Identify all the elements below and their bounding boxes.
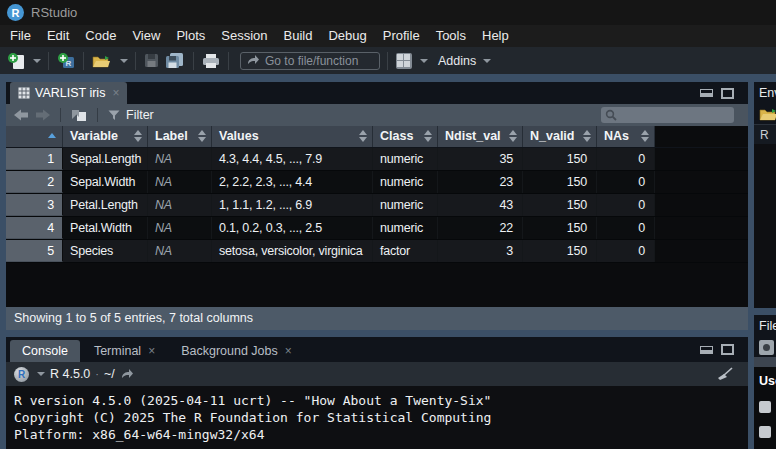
menu-build[interactable]: Build [276, 25, 321, 47]
maximize-icon[interactable] [721, 344, 734, 355]
save-all-button[interactable] [164, 50, 186, 72]
open-in-new-window-icon[interactable] [71, 109, 87, 122]
goto-directory-icon[interactable] [120, 368, 134, 380]
table-row[interactable]: 1 Sepal.Length NA 4.3, 4.4, 4.5, ..., 7.… [6, 148, 748, 171]
cell-values: 0.1, 0.2, 0.3, ..., 2.5 [212, 217, 373, 239]
left-column: VARLIST iris × [6, 82, 748, 449]
cell-class: numeric [373, 171, 438, 193]
menu-plots[interactable]: Plots [168, 25, 213, 47]
new-project-icon: R [57, 52, 75, 70]
tab-background-jobs[interactable]: Background Jobs × [169, 340, 304, 362]
goto-file-input[interactable] [240, 52, 380, 70]
sort-toggle-icon[interactable] [198, 130, 206, 142]
table-empty-area [6, 263, 748, 307]
table-search-input[interactable] [617, 109, 722, 121]
menu-session[interactable]: Session [213, 25, 275, 47]
environment-tabstrip: Envi [754, 82, 776, 104]
environment-toolbar [754, 104, 776, 124]
pane-layout-button[interactable] [395, 50, 413, 72]
pane-layout-caret[interactable] [420, 59, 428, 63]
addins-caret[interactable] [483, 59, 491, 63]
tab-environment[interactable]: Envi [759, 86, 776, 100]
working-directory-label[interactable]: ~/ [104, 367, 115, 381]
menu-view[interactable]: View [124, 25, 168, 47]
menu-code[interactable]: Code [77, 25, 124, 47]
minimize-icon[interactable] [700, 346, 713, 354]
main-toolbar: R [0, 47, 776, 74]
menu-help[interactable]: Help [474, 25, 517, 47]
table-row[interactable]: 5 Species NA setosa, versicolor, virgini… [6, 240, 748, 263]
terminal-tab-label: Terminal [94, 344, 141, 358]
column-header-nas[interactable]: NAs [597, 126, 655, 147]
tab-varlist-iris[interactable]: VARLIST iris × [10, 82, 127, 104]
sort-toggle-icon[interactable] [641, 130, 649, 142]
close-tab-icon[interactable]: × [148, 344, 155, 358]
load-workspace-icon[interactable] [759, 106, 776, 122]
new-project-button[interactable]: R [56, 50, 76, 72]
column-header-label[interactable]: Label [148, 126, 212, 147]
sort-toggle-icon[interactable] [424, 130, 432, 142]
table-row[interactable]: 2 Sepal.Width NA 2, 2.2, 2.3, ..., 4.4 n… [6, 171, 748, 194]
column-label: NAs [604, 129, 629, 143]
new-file-button[interactable] [6, 50, 26, 72]
filter-icon [108, 110, 120, 121]
row-filler [655, 240, 748, 262]
toolbar-separator [135, 52, 136, 70]
tab-files[interactable]: Files [759, 319, 776, 333]
clear-console-icon[interactable] [716, 367, 734, 381]
column-header-ndist-val[interactable]: Ndist_val [438, 126, 523, 147]
maximize-icon[interactable] [721, 88, 734, 99]
cell-nas: 0 [597, 148, 655, 170]
column-label: N_valid [530, 129, 574, 143]
r-version-dropdown-caret[interactable] [37, 372, 45, 376]
files-body: User [754, 367, 776, 449]
table-header-filler [655, 126, 748, 147]
back-icon[interactable] [14, 109, 29, 121]
console-line: R version 4.5.0 (2025-04-11 ucrt) -- "Ho… [14, 392, 748, 409]
tab-console[interactable]: Console [10, 340, 80, 362]
print-button[interactable] [201, 50, 221, 72]
cell-ndist-val: 3 [438, 240, 523, 262]
forward-icon[interactable] [35, 109, 50, 121]
menu-profile[interactable]: Profile [375, 25, 428, 47]
table-row[interactable]: 4 Petal.Width NA 0.1, 0.2, 0.3, ..., 2.5… [6, 217, 748, 240]
filter-button[interactable]: Filter [126, 108, 154, 122]
menu-tools[interactable]: Tools [428, 25, 474, 47]
sort-toggle-icon[interactable] [509, 130, 517, 142]
tab-terminal[interactable]: Terminal × [82, 340, 167, 362]
new-blank-file-icon[interactable] [759, 340, 774, 355]
open-file-dropdown-caret[interactable] [120, 59, 128, 63]
environment-language-selector[interactable]: R [754, 124, 776, 144]
file-checkbox[interactable] [759, 426, 771, 438]
toolbar-separator [97, 108, 98, 122]
sort-toggle-icon[interactable] [359, 130, 367, 142]
addins-button[interactable]: Addins [438, 54, 476, 68]
console-output[interactable]: R version 4.5.0 (2025-04-11 ucrt) -- "Ho… [6, 386, 748, 449]
column-header-variable[interactable]: Variable [63, 126, 148, 147]
column-header-class[interactable]: Class [373, 126, 438, 147]
column-header-n-valid[interactable]: N_valid [523, 126, 597, 147]
file-checkbox[interactable] [759, 401, 771, 413]
close-tab-icon[interactable]: × [112, 86, 119, 100]
column-header-values[interactable]: Values [212, 126, 373, 147]
menu-debug[interactable]: Debug [320, 25, 374, 47]
toolbar-separator [48, 52, 49, 70]
close-tab-icon[interactable]: × [285, 344, 292, 358]
r-logo-icon[interactable]: R [14, 367, 29, 382]
r-version-label: R 4.5.0 [50, 367, 90, 381]
console-line: Copyright (C) 2025 The R Foundation for … [14, 409, 748, 426]
column-label: Values [219, 129, 259, 143]
open-file-button[interactable] [91, 50, 113, 72]
viewer-tab-label: VARLIST iris [35, 86, 105, 100]
menu-file[interactable]: File [2, 25, 39, 47]
new-file-dropdown-caret[interactable] [33, 59, 41, 63]
sort-toggle-icon[interactable] [583, 130, 591, 142]
sort-toggle-icon[interactable] [134, 130, 142, 142]
table-row[interactable]: 3 Petal.Length NA 1, 1.1, 1.2, ..., 6.9 … [6, 194, 748, 217]
minimize-icon[interactable] [700, 89, 713, 97]
cell-class: numeric [373, 217, 438, 239]
save-button[interactable] [143, 50, 160, 72]
menu-edit[interactable]: Edit [39, 25, 77, 47]
column-header-rownum[interactable] [6, 126, 63, 147]
rstudio-logo-icon: R [7, 4, 24, 21]
